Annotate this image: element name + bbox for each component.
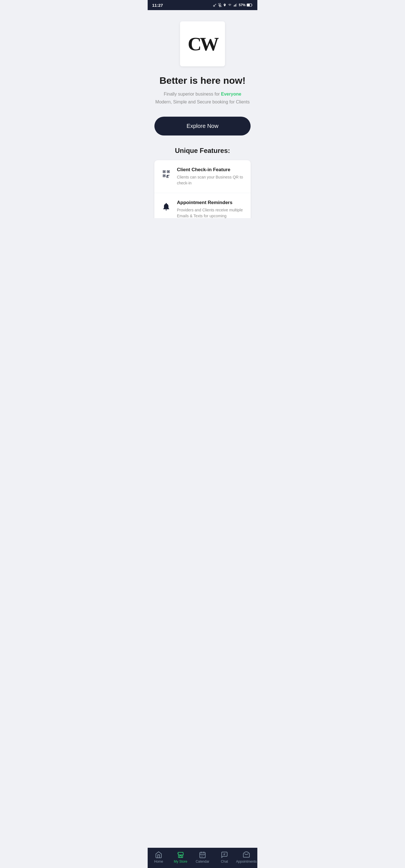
feature-item-reminders: Appointment Reminders Providers and Clie… bbox=[154, 193, 251, 218]
scroll-area: CW Better is here now! Finally superior … bbox=[148, 10, 257, 218]
key-icon bbox=[213, 3, 217, 7]
feature-title-checkin: Client Check-in Feature bbox=[177, 167, 245, 173]
battery-icon bbox=[247, 3, 253, 7]
feature-desc-checkin: Clients can scan your Business QR to che… bbox=[177, 174, 245, 186]
explore-now-button[interactable]: Explore Now bbox=[154, 117, 251, 135]
logo-container: CW bbox=[154, 21, 251, 66]
main-content: CW Better is here now! Finally superior … bbox=[148, 10, 257, 218]
svg-rect-5 bbox=[234, 5, 234, 6]
status-bar: 11:27 57% bbox=[148, 0, 257, 10]
hero-subtitle-highlight: Everyone bbox=[221, 92, 241, 96]
svg-rect-7 bbox=[235, 4, 236, 7]
hero-section: Better is here now! Finally superior bus… bbox=[154, 75, 251, 105]
svg-rect-8 bbox=[236, 3, 237, 6]
bell-icon bbox=[160, 200, 172, 213]
feature-content-checkin: Client Check-in Feature Clients can scan… bbox=[177, 167, 245, 186]
status-icons: 57% bbox=[213, 3, 253, 7]
feature-item-checkin: Client Check-in Feature Clients can scan… bbox=[154, 160, 251, 193]
feature-desc-reminders: Providers and Clients receive multiple E… bbox=[177, 207, 245, 218]
logo-box: CW bbox=[180, 21, 225, 66]
hero-subtitle-plain: Finally superior business for bbox=[164, 92, 221, 96]
hero-title: Better is here now! bbox=[154, 75, 251, 86]
status-time: 11:27 bbox=[152, 3, 163, 8]
logo-text: CW bbox=[187, 34, 217, 53]
signal-icon bbox=[233, 3, 238, 7]
feature-title-reminders: Appointment Reminders bbox=[177, 200, 245, 206]
wifi-icon bbox=[228, 3, 232, 7]
svg-rect-10 bbox=[247, 4, 250, 6]
battery-level: 57% bbox=[239, 3, 245, 7]
features-card: Client Check-in Feature Clients can scan… bbox=[154, 160, 251, 218]
hero-subtitle: Finally superior business for Everyone bbox=[154, 91, 251, 97]
svg-point-0 bbox=[213, 5, 215, 7]
features-title: Unique Features: bbox=[154, 147, 251, 155]
svg-rect-6 bbox=[235, 5, 235, 6]
hero-subtitle-2: Modern, Simple and Secure booking for Cl… bbox=[154, 99, 251, 105]
mute-icon bbox=[218, 3, 222, 7]
feature-content-reminders: Appointment Reminders Providers and Clie… bbox=[177, 200, 245, 218]
location-icon bbox=[223, 3, 226, 7]
qr-icon bbox=[160, 167, 172, 180]
